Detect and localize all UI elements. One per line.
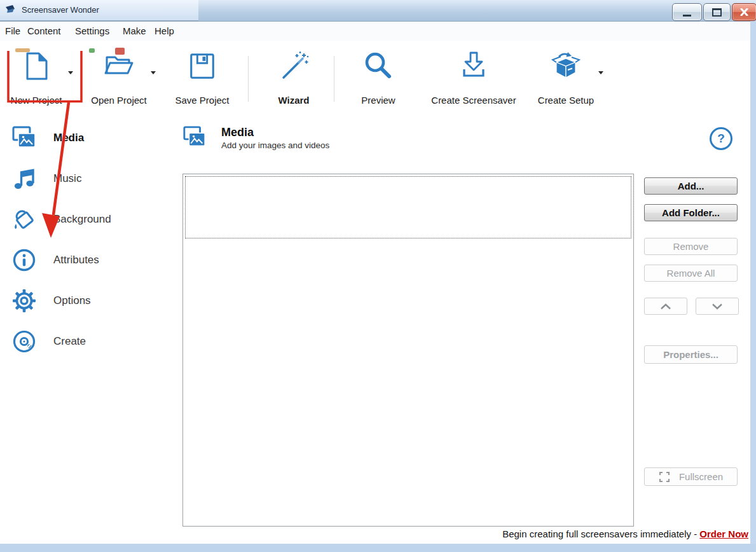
create-screensaver-button[interactable]: Create Screensaver	[423, 51, 525, 106]
window-title: Screensaver Wonder	[22, 5, 99, 15]
status-text: Begin creating full screensavers immedia…	[502, 528, 699, 539]
move-up-button[interactable]	[644, 298, 687, 315]
create-setup-dropdown-icon[interactable]	[598, 71, 603, 74]
fullscreen-icon	[659, 471, 670, 483]
add-folder-button[interactable]: Add Folder...	[644, 204, 738, 221]
remove-button[interactable]: Remove	[644, 238, 738, 255]
menu-settings[interactable]: Settings	[75, 25, 109, 36]
app-logo-icon	[5, 4, 18, 16]
sidebar-item-music[interactable]: Music	[11, 165, 164, 193]
close-icon	[740, 8, 748, 16]
close-button[interactable]	[732, 3, 756, 21]
wizard-icon	[278, 51, 309, 81]
app-window: Screensaver Wonder File Content Settings…	[0, 0, 756, 552]
window-border-right	[750, 21, 756, 544]
properties-button[interactable]: Properties...	[644, 345, 738, 364]
toolbar-separator	[334, 56, 334, 102]
minimize-button[interactable]	[672, 3, 702, 21]
page-title: Media	[221, 126, 254, 139]
remove-all-button[interactable]: Remove All	[644, 265, 738, 282]
help-button[interactable]: ?	[710, 127, 732, 150]
options-icon	[11, 288, 37, 314]
attributes-icon	[11, 247, 37, 273]
sidebar-item-background[interactable]: Background	[11, 205, 164, 233]
background-icon	[11, 207, 37, 232]
chevron-up-icon	[660, 303, 671, 310]
maximize-button[interactable]	[703, 3, 731, 21]
annotation-arrow-shaft	[53, 102, 69, 215]
save-project-button[interactable]: Save Project	[167, 51, 238, 106]
sidebar-item-options[interactable]: Options	[11, 287, 164, 315]
sidebar-item-create[interactable]: Create	[11, 328, 164, 355]
status-bar: Begin creating full screensavers immedia…	[502, 528, 748, 539]
media-header-icon	[182, 125, 207, 149]
preview-icon	[363, 51, 394, 81]
menu-file[interactable]: File	[5, 25, 20, 36]
toolbar: New Project Open Project Save Project	[0, 41, 750, 112]
new-project-dropdown-icon[interactable]	[68, 71, 73, 74]
maximize-icon	[712, 8, 722, 17]
menu-help[interactable]: Help	[155, 25, 174, 36]
create-setup-icon	[550, 51, 582, 81]
new-project-icon	[21, 51, 52, 81]
create-screensaver-icon	[458, 51, 489, 81]
music-icon	[11, 166, 37, 191]
page-subtitle: Add your images and videos	[221, 141, 329, 150]
save-project-icon	[188, 51, 217, 81]
menu-make[interactable]: Make	[123, 25, 146, 36]
create-setup-button[interactable]: Create Setup	[526, 51, 605, 106]
toolbar-separator	[248, 56, 249, 102]
open-project-icon	[103, 51, 135, 81]
chevron-down-icon	[711, 303, 723, 310]
fullscreen-label: Fullscreen	[679, 471, 723, 482]
order-now-link[interactable]: Order Now	[699, 528, 748, 539]
open-project-dropdown-icon[interactable]	[151, 71, 156, 74]
media-list[interactable]	[182, 174, 634, 527]
sidebar-item-attributes[interactable]: Attributes	[11, 246, 164, 274]
title-bar[interactable]: Screensaver Wonder	[0, 0, 756, 22]
wizard-button[interactable]: Wizard	[262, 51, 326, 106]
menu-content[interactable]: Content	[27, 25, 61, 36]
open-project-button[interactable]: Open Project	[81, 51, 156, 106]
minimize-icon	[683, 15, 691, 17]
window-border-bottom	[0, 544, 756, 552]
media-icon	[11, 125, 37, 151]
menu-bar: File Content Settings Make Help	[0, 22, 756, 41]
create-icon	[11, 329, 37, 354]
add-button[interactable]: Add...	[644, 177, 738, 195]
help-icon: ?	[717, 132, 725, 146]
preview-button[interactable]: Preview	[347, 51, 410, 106]
media-list-empty-row	[185, 176, 631, 238]
new-project-button[interactable]: New Project	[3, 51, 69, 106]
sidebar-item-media[interactable]: Media	[11, 124, 164, 152]
move-down-button[interactable]	[696, 298, 739, 315]
fullscreen-button[interactable]: Fullscreen	[644, 467, 738, 486]
